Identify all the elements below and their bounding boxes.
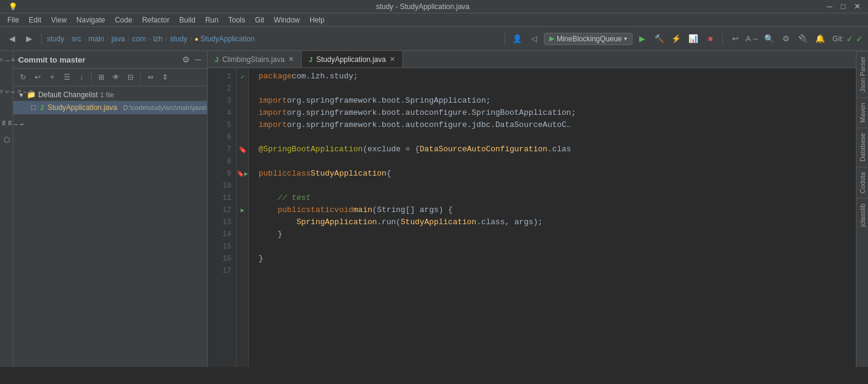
menu-window[interactable]: Window bbox=[269, 15, 305, 26]
sidebar-commit-icon[interactable]: Commit bbox=[0, 117, 13, 129]
add-btn[interactable]: + bbox=[46, 71, 58, 83]
changelist: ▼ 📁 Default Changelist 1 file ☐ J StudyA… bbox=[13, 86, 207, 367]
sidebar-project-icon[interactable]: Project bbox=[0, 53, 13, 66]
breadcrumb: study › src › main › java › com › lzh › … bbox=[47, 35, 500, 43]
tab-close-studyapplication[interactable]: ✕ bbox=[390, 55, 395, 63]
gutter-17 bbox=[237, 265, 248, 277]
run-config-dropdown[interactable]: ▶ MineBlockingQueue ▾ bbox=[544, 33, 632, 45]
rollback-btn[interactable]: ↩ bbox=[32, 71, 44, 83]
navigate-back-button[interactable]: ◁ bbox=[527, 32, 541, 46]
plugins-button[interactable]: 🔌 bbox=[796, 32, 810, 46]
menu-build[interactable]: Build bbox=[174, 15, 200, 26]
sidebar-structure-icon[interactable]: Structure bbox=[0, 85, 13, 97]
code-content[interactable]: package com.lzh.study; import org.spring… bbox=[249, 68, 856, 367]
menu-navigate[interactable]: Navigate bbox=[72, 15, 110, 26]
changelist-header[interactable]: ▼ 📁 Default Changelist 1 file bbox=[13, 89, 207, 101]
vtab-maven[interactable]: Maven bbox=[856, 97, 868, 128]
vcs-update-button[interactable]: 👤 bbox=[510, 32, 524, 46]
coverage-button[interactable]: ⚡ bbox=[669, 32, 683, 46]
close-button[interactable]: ✕ bbox=[852, 2, 863, 11]
breadcrumb-lzh[interactable]: lzh bbox=[153, 35, 162, 43]
main-layout: Project Structure Commit ⬡ Commit to mas… bbox=[0, 51, 868, 367]
vtab-codota[interactable]: Codota bbox=[856, 166, 868, 198]
undo-button[interactable]: ↩ bbox=[728, 32, 742, 46]
menu-run[interactable]: Run bbox=[200, 15, 223, 26]
window-title: study - StudyApplication.java bbox=[21, 2, 824, 11]
download-btn[interactable]: ↓ bbox=[75, 71, 87, 83]
translate-button[interactable]: A→ bbox=[745, 32, 759, 46]
tab-close-climbingstairs[interactable]: ✕ bbox=[288, 55, 294, 63]
gutter-14 bbox=[237, 228, 248, 241]
vtab-database[interactable]: Database bbox=[856, 128, 868, 166]
changelist-count: 1 file bbox=[100, 91, 114, 98]
stop-button[interactable]: ■ bbox=[703, 32, 717, 46]
breadcrumb-study2[interactable]: study bbox=[170, 35, 188, 43]
build-button[interactable]: 🔨 bbox=[652, 32, 666, 46]
commit-minimize-icon[interactable]: ─ bbox=[194, 55, 202, 64]
line-1: 1 bbox=[208, 70, 236, 83]
menu-view[interactable]: View bbox=[46, 15, 72, 26]
breadcrumb-java[interactable]: java bbox=[112, 35, 125, 43]
toolbar-sep-1 bbox=[41, 33, 42, 45]
maximize-button[interactable]: □ bbox=[838, 2, 848, 11]
menu-refactor[interactable]: Refactor bbox=[137, 15, 174, 26]
code-line-10 bbox=[259, 180, 856, 192]
line-4: 4 bbox=[208, 107, 236, 119]
tab-icon-climbingstairs: J bbox=[215, 56, 219, 63]
toolbar-sep-2 bbox=[504, 33, 505, 45]
vtab-json-parser[interactable]: Json Parser bbox=[856, 51, 868, 97]
menu-help[interactable]: Help bbox=[305, 15, 330, 26]
vtab-jclasslib[interactable]: jclasslib bbox=[856, 198, 868, 232]
breadcrumb-class[interactable]: ● StudyApplication bbox=[194, 35, 254, 43]
back-button[interactable]: ◀ bbox=[5, 32, 19, 46]
update-button[interactable]: 🔔 bbox=[813, 32, 827, 46]
title-bar: 💡 study - StudyApplication.java ─ □ ✕ bbox=[0, 0, 868, 13]
profile-button[interactable]: 📊 bbox=[686, 32, 700, 46]
minimize-button[interactable]: ─ bbox=[824, 2, 835, 11]
commit-list-btn[interactable]: ☰ bbox=[61, 71, 73, 83]
tab-studyapplication[interactable]: J StudyApplication.java ✕ bbox=[302, 51, 403, 67]
collapse-btn[interactable]: ⇕ bbox=[159, 71, 171, 83]
refresh-btn[interactable]: ↻ bbox=[17, 71, 29, 83]
forward-button[interactable]: ▶ bbox=[22, 32, 36, 46]
changelist-file-item[interactable]: ☐ J StudyApplication.java D:\code\study\… bbox=[13, 101, 207, 114]
expand-btn[interactable]: ⇔ bbox=[144, 71, 157, 83]
code-editor[interactable]: 1 2 3 4 5 6 7 8 9 10 11 12 13 14 15 16 1… bbox=[208, 68, 856, 367]
diff-btn[interactable]: ⊞ bbox=[95, 71, 107, 83]
menu-bar: File Edit View Navigate Code Refactor Bu… bbox=[0, 13, 868, 27]
window-controls[interactable]: ─ □ ✕ bbox=[824, 2, 863, 11]
breadcrumb-src[interactable]: src bbox=[72, 35, 81, 43]
gutter-1: ✓ bbox=[237, 70, 248, 83]
tab-climbingstairs[interactable]: J ClimbingStairs.java ✕ bbox=[208, 51, 302, 67]
filter-btn[interactable]: ⊟ bbox=[124, 71, 137, 83]
toolbar-sep-2 bbox=[140, 72, 141, 82]
menu-code[interactable]: Code bbox=[110, 15, 137, 26]
breadcrumb-main[interactable]: main bbox=[89, 35, 104, 43]
line-14: 14 bbox=[208, 228, 236, 241]
commit-settings-icon[interactable]: ⚙ bbox=[181, 55, 191, 64]
gutter-3 bbox=[237, 95, 248, 107]
menu-git[interactable]: Git bbox=[250, 15, 269, 26]
sidebar-git-icon[interactable]: ⬡ bbox=[1, 134, 13, 146]
editor-tabs: J ClimbingStairs.java ✕ J StudyApplicati… bbox=[208, 51, 856, 68]
commit-panel-controls[interactable]: ⚙ ─ bbox=[181, 55, 202, 64]
commit-toolbar: ↻ ↩ + ☰ ↓ ⊞ 👁 ⊟ ⇔ ⇕ bbox=[13, 69, 207, 86]
gutter-8 bbox=[237, 156, 248, 168]
view-btn[interactable]: 👁 bbox=[110, 71, 122, 83]
menu-file[interactable]: File bbox=[2, 15, 24, 26]
search-everywhere-button[interactable]: 🔍 bbox=[762, 32, 776, 46]
settings-button[interactable]: ⚙ bbox=[779, 32, 793, 46]
breadcrumb-study[interactable]: study bbox=[47, 35, 64, 43]
code-line-15 bbox=[259, 241, 856, 253]
app-menu[interactable]: 💡 bbox=[5, 1, 21, 12]
code-line-3: import org.springframework.boot.SpringAp… bbox=[259, 95, 856, 107]
line-11: 11 bbox=[208, 192, 236, 204]
menu-tools[interactable]: Tools bbox=[223, 15, 250, 26]
menu-edit[interactable]: Edit bbox=[24, 15, 46, 26]
run-button[interactable]: ▶ bbox=[635, 32, 649, 46]
code-line-2 bbox=[259, 83, 856, 95]
file-checkbox[interactable]: ☐ bbox=[30, 104, 36, 112]
line-numbers: 1 2 3 4 5 6 7 8 9 10 11 12 13 14 15 16 1… bbox=[208, 68, 237, 367]
changelist-name: Default Changelist bbox=[38, 91, 98, 99]
breadcrumb-com[interactable]: com bbox=[132, 35, 146, 43]
